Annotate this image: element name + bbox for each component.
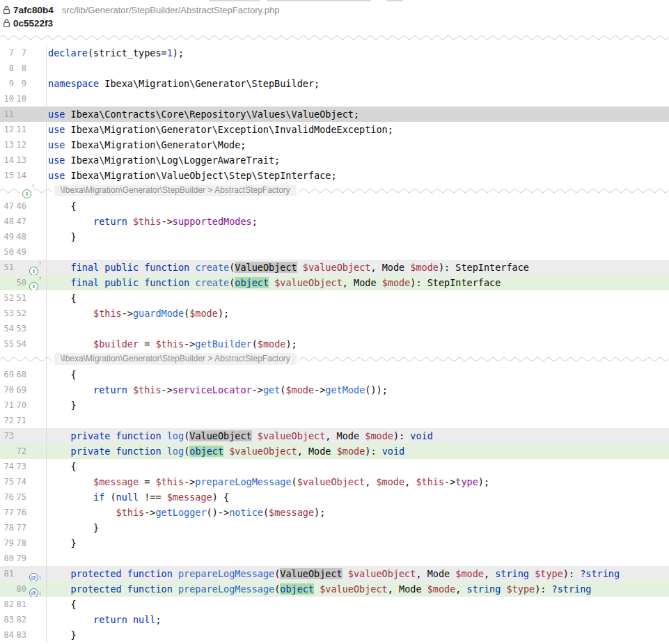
code-line[interactable]: return $this->serviceLocator->get($mode-…: [47, 382, 388, 398]
code-line[interactable]: {: [47, 290, 77, 306]
diff-row: 1010: [0, 91, 669, 107]
gutter: 1312: [0, 137, 47, 152]
new-line-number: 82: [14, 615, 26, 625]
gutter: 8382: [0, 612, 47, 627]
old-line-number: 79: [0, 538, 14, 548]
code-line[interactable]: {: [47, 597, 77, 612]
commit-row-new: 0c5522f3: [3, 17, 669, 30]
up-arrow-icon: ↑: [32, 183, 36, 189]
code-line[interactable]: protected function prepareLogMessage(obj…: [47, 581, 591, 597]
collapsed-region-wave[interactable]: [0, 34, 669, 45]
new-line-number: 76: [14, 508, 26, 517]
context-breadcrumb: \Ibexa\Migration\Generator\StepBuilder >…: [54, 353, 297, 365]
diff-row: 6968 {: [0, 367, 669, 382]
file-path: src/lib/Generator/StepBuilder/AbstractSt…: [62, 5, 280, 15]
added-word-highlight: object: [189, 446, 223, 457]
code-line[interactable]: }: [47, 229, 77, 244]
implements-icon[interactable]: I↑: [22, 186, 32, 195]
old-line-number: 75: [0, 477, 14, 487]
gutter: 4746: [0, 198, 47, 214]
code-line[interactable]: }: [47, 627, 77, 643]
code-line[interactable]: $message = $this->prepareLogMessage($val…: [47, 474, 489, 489]
new-line-number: 54: [14, 339, 26, 349]
code-line[interactable]: }: [47, 535, 77, 551]
gutter: 1010: [0, 91, 47, 107]
diff-row: 51I↑ final public function create(ValueO…: [0, 260, 669, 275]
code-line[interactable]: declare(strict_types=1);: [47, 45, 184, 61]
code-line[interactable]: private function log(object $valueObject…: [47, 443, 404, 459]
code-line[interactable]: if (null !== $message) {: [47, 489, 229, 505]
new-line-number: 77: [14, 523, 26, 533]
diff-row: 7675 if (null !== $message) {: [0, 489, 669, 505]
code-line[interactable]: use Ibexa\Migration\Generator\Exception\…: [47, 122, 393, 137]
old-line-number: 53: [0, 308, 14, 318]
cropped-ui-edge-bar: [209, 0, 260, 1]
diff-row: 1312use Ibexa\Migration\Generator\Mode;: [0, 137, 669, 152]
code-line[interactable]: use Ibexa\Migration\Generator\Mode;: [47, 137, 246, 152]
old-line-number: 54: [0, 324, 14, 333]
code-line[interactable]: $this->getLogger()->notice($message);: [47, 505, 325, 520]
code-line[interactable]: $this->guardMode($mode);: [47, 306, 229, 321]
old-line-number: 13: [0, 140, 14, 150]
diff-row: 7473 {: [0, 459, 669, 474]
code-line[interactable]: private function log(ValueObject $valueO…: [47, 428, 433, 443]
diff-row: 4746 {: [0, 198, 669, 214]
diff-row: 7574 $message = $this->prepareLogMessage…: [0, 474, 669, 489]
old-line-number: 15: [0, 171, 14, 180]
diff-row: 7877 }: [0, 520, 669, 535]
code-line[interactable]: use Ibexa\Contracts\Core\Repository\Valu…: [47, 107, 359, 122]
code-line[interactable]: namespace Ibexa\Migration\Generator\Step…: [47, 76, 320, 91]
old-line-number: 69: [0, 370, 14, 379]
diff-row: 7170 }: [0, 398, 669, 413]
code-line[interactable]: $builder = $this->getBuilder($mode);: [47, 336, 297, 352]
new-line-number: 9: [14, 79, 26, 88]
old-line-number: 7: [0, 48, 14, 58]
up-arrow-icon: ↑: [39, 260, 42, 267]
new-line-number: 50: [14, 278, 26, 288]
code-line[interactable]: use Ibexa\Migration\ValueObject\Step\Ste…: [47, 168, 337, 183]
new-line-number: 74: [14, 477, 26, 487]
diff-row: 99namespace Ibexa\Migration\Generator\St…: [0, 76, 669, 91]
gutter: 81@↓: [0, 566, 47, 581]
code-line[interactable]: {: [47, 198, 77, 214]
code-line[interactable]: use Ibexa\Migration\Log\LoggerAwareTrait…: [47, 152, 280, 168]
diff-row: 72 private function log(object $valueObj…: [0, 443, 669, 459]
gutter: 5453: [0, 321, 47, 336]
diff-row: 7978 }: [0, 535, 669, 551]
collapsed-region-separator[interactable]: I↑\Ibexa\Migration\Generator\StepBuilder…: [0, 183, 669, 198]
code-line[interactable]: return null;: [47, 612, 162, 627]
diff-row: 8382 return null;: [0, 612, 669, 627]
old-line-number: 73: [0, 431, 14, 441]
code-line[interactable]: }: [47, 398, 77, 413]
diff-row: 5554 $builder = $this->getBuilder($mode)…: [0, 336, 669, 352]
overridden-icon[interactable]: @↓: [29, 570, 39, 579]
code-line[interactable]: protected function prepareLogMessage(Val…: [47, 566, 620, 581]
old-line-number: 70: [0, 385, 14, 395]
collapsed-region-separator[interactable]: \Ibexa\Migration\Generator\StepBuilder >…: [0, 352, 669, 367]
code-line[interactable]: return $this->supportedModes;: [47, 214, 258, 229]
implements-icon[interactable]: I↑: [29, 278, 39, 288]
gutter: 5554: [0, 336, 47, 352]
new-line-number: 14: [14, 171, 26, 180]
cropped-ui-edge-bar: [386, 0, 403, 1]
code-line[interactable]: {: [47, 459, 77, 474]
new-line-number: 51: [14, 293, 26, 303]
old-line-number: 51: [0, 262, 14, 272]
code-line[interactable]: {: [47, 367, 77, 382]
new-line-number: 81: [14, 599, 26, 609]
diff-row: 88: [0, 61, 669, 76]
diff-row: 1211use Ibexa\Migration\Generator\Except…: [0, 122, 669, 137]
overridden-icon[interactable]: @↓: [29, 585, 39, 594]
new-line-number: 49: [14, 247, 26, 257]
old-line-number: 81: [0, 569, 14, 579]
diff-editor[interactable]: 77declare(strict_types=1);8899namespace …: [0, 34, 669, 643]
implements-icon[interactable]: I↑: [29, 263, 39, 272]
deleted-word-highlight: ValueObject: [235, 262, 297, 273]
diff-row: 8483 }: [0, 627, 669, 643]
code-line[interactable]: final public function create(object $val…: [47, 275, 501, 290]
gutter: 4847: [0, 214, 47, 229]
cropped-ui-edge-bar: [267, 0, 371, 1]
code-line[interactable]: final public function create(ValueObject…: [47, 260, 529, 275]
context-breadcrumb: \Ibexa\Migration\Generator\StepBuilder >…: [54, 184, 297, 196]
code-line[interactable]: }: [47, 520, 99, 535]
